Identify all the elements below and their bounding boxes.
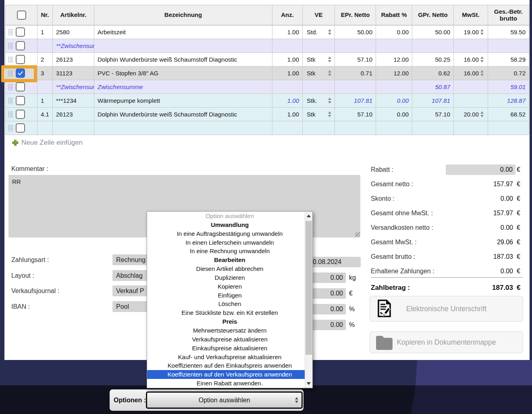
cell-ve[interactable]: Stk bbox=[303, 67, 335, 80]
options-select[interactable]: Option auswählen bbox=[146, 391, 303, 409]
cell-anz[interactable]: 1.00 bbox=[272, 94, 303, 108]
cell-artikelnr[interactable]: 2580 bbox=[53, 25, 94, 39]
cell-bezeichnung[interactable] bbox=[94, 39, 272, 53]
dropdown-option[interactable]: Löschen bbox=[147, 300, 312, 308]
row-checkbox[interactable] bbox=[16, 96, 25, 105]
dropdown-option[interactable]: Einfügen bbox=[147, 291, 312, 300]
cell-bezeichnung[interactable]: Arbeitszeit bbox=[94, 25, 272, 39]
cell-epr-netto[interactable]: 107.81 bbox=[335, 94, 376, 108]
cell-mwst[interactable] bbox=[454, 94, 488, 108]
cell-mwst[interactable] bbox=[454, 80, 488, 94]
dropdown-option[interactable]: Kopieren bbox=[147, 282, 312, 291]
cell-artikelnr[interactable]: ***1234 bbox=[53, 94, 94, 108]
dropdown-option[interactable]: Koeffizienten auf den Verkaufspreis anwe… bbox=[147, 370, 312, 379]
cell-bezeichnung[interactable]: Dolphin Wunderbürste weiß Schaumstoff Di… bbox=[94, 53, 272, 67]
scroll-up-arrow-icon[interactable] bbox=[305, 212, 312, 220]
dropdown-option[interactable]: Kauf- und Verkaufspreise aktualisieren bbox=[147, 353, 312, 362]
mwst-spinner-icon[interactable] bbox=[480, 70, 484, 77]
dropdown-option[interactable]: Option auswählen bbox=[147, 212, 312, 221]
cell-gpr-netto[interactable]: 57.10 bbox=[412, 108, 454, 121]
scroll-down-arrow-icon[interactable] bbox=[305, 379, 312, 388]
cell-epr-netto[interactable] bbox=[335, 121, 376, 135]
cell-anz[interactable] bbox=[272, 39, 303, 53]
cell-ve[interactable]: Stk bbox=[303, 53, 335, 67]
cell-rabatt[interactable] bbox=[376, 121, 412, 135]
cell-bezeichnung[interactable]: Dolphin Wunderbürste weiß Schaumstoff Di… bbox=[94, 108, 272, 121]
mwst-spinner-icon[interactable] bbox=[480, 56, 484, 63]
dropdown-option[interactable]: In einen Lieferschein umwandeln bbox=[147, 238, 312, 247]
cell-ve[interactable] bbox=[303, 121, 335, 135]
scroll-thumb[interactable] bbox=[305, 221, 312, 355]
cell-gpr-netto[interactable]: 50.87 bbox=[412, 80, 454, 94]
cell-rabatt[interactable]: 12.00 bbox=[376, 53, 412, 67]
dropdown-option[interactable]: Duplizieren bbox=[147, 273, 312, 282]
electronic-signature-button[interactable]: Elektronische Unterschrift bbox=[370, 296, 523, 322]
cell-bezeichnung[interactable]: PVC - Stopfen 3/8" AG bbox=[94, 67, 272, 80]
cell-rabatt[interactable]: 0.00 bbox=[376, 25, 412, 39]
select-all-checkbox[interactable] bbox=[17, 10, 26, 20]
drag-handle-icon[interactable] bbox=[8, 111, 13, 118]
dropdown-option[interactable]: Verkaufspreise aktualisieren bbox=[147, 335, 312, 344]
ve-spinner-icon[interactable] bbox=[328, 111, 332, 118]
resize-grip-icon[interactable] bbox=[355, 232, 360, 237]
cell-artikelnr[interactable]: **Zwischensumme bbox=[53, 39, 94, 53]
ve-spinner-icon[interactable] bbox=[328, 29, 332, 35]
cell-mwst[interactable]: 19.00 bbox=[454, 25, 488, 39]
drag-handle-icon[interactable] bbox=[8, 29, 13, 35]
cell-anz[interactable]: 1.00 bbox=[272, 25, 303, 39]
cell-gpr-netto[interactable] bbox=[412, 39, 454, 53]
cell-ve[interactable] bbox=[303, 39, 335, 53]
row-checkbox[interactable] bbox=[16, 110, 25, 119]
cell-mwst[interactable]: 16.00 bbox=[454, 53, 488, 67]
cell-bezeichnung[interactable]: Wärmepumpe komplett bbox=[94, 94, 272, 108]
cell-artikelnr[interactable]: 26123 bbox=[53, 108, 94, 121]
cell-gpr-netto[interactable]: 50.00 bbox=[412, 25, 454, 39]
cell-bezeichnung[interactable]: Zwischensumme bbox=[94, 80, 272, 94]
drag-handle-icon[interactable] bbox=[8, 83, 13, 90]
cell-rabatt[interactable]: 0.00 bbox=[376, 94, 412, 108]
cell-anz[interactable]: 1.00 bbox=[272, 53, 303, 67]
dropdown-option[interactable]: In eine Rechnung umwandeln bbox=[147, 247, 312, 256]
drag-handle-icon[interactable] bbox=[8, 56, 13, 63]
cell-ve[interactable]: Stk. bbox=[303, 94, 335, 108]
cell-bezeichnung[interactable] bbox=[94, 121, 272, 135]
dropdown-option[interactable]: Einen Rabatt anwenden. bbox=[147, 379, 312, 388]
cell-artikelnr[interactable]: **Zwischensumme bbox=[53, 80, 94, 94]
ve-spinner-icon[interactable] bbox=[328, 97, 332, 104]
ve-spinner-icon[interactable] bbox=[328, 70, 332, 77]
drag-handle-icon[interactable] bbox=[8, 42, 13, 49]
mwst-spinner-icon[interactable] bbox=[480, 111, 484, 118]
cell-anz[interactable] bbox=[272, 121, 303, 135]
dropdown-option[interactable]: Eine Stückliste bzw. ein Kit erstellen bbox=[147, 308, 312, 317]
cell-mwst[interactable] bbox=[454, 121, 488, 135]
cell-mwst[interactable] bbox=[454, 39, 488, 53]
row-checkbox[interactable] bbox=[16, 82, 25, 92]
cell-gpr-netto[interactable] bbox=[412, 121, 454, 135]
mwst-spinner-icon[interactable] bbox=[480, 29, 484, 35]
cell-mwst[interactable]: 16.00 bbox=[454, 67, 488, 80]
cell-anz[interactable]: 1.00 bbox=[272, 67, 303, 80]
dropdown-option[interactable]: Mehrwertsteuersatz ändern bbox=[147, 326, 312, 335]
drag-handle-icon[interactable] bbox=[8, 125, 13, 131]
cell-gpr-netto[interactable]: 0.62 bbox=[412, 67, 454, 80]
dropdown-option[interactable]: In eine Auftragsbestätigung umwandeln bbox=[147, 229, 312, 238]
row-checkbox[interactable] bbox=[16, 41, 25, 50]
row-checkbox[interactable] bbox=[16, 123, 25, 133]
cell-rabatt[interactable] bbox=[376, 39, 412, 53]
cell-gpr-netto[interactable]: 107.81 bbox=[412, 94, 454, 108]
cell-ve[interactable] bbox=[303, 80, 335, 94]
cell-gpr-netto[interactable]: 50.25 bbox=[412, 53, 454, 67]
copy-to-document-folder-button[interactable]: Kopieren in Dokumentenmappe bbox=[370, 331, 523, 353]
row-checkbox[interactable] bbox=[16, 27, 25, 37]
row-checkbox[interactable] bbox=[16, 55, 25, 64]
cell-rabatt[interactable]: 12.00 bbox=[376, 67, 412, 80]
cell-anz[interactable]: 1.00 bbox=[272, 108, 303, 121]
insert-row-link[interactable]: Neue Zeile einfügen bbox=[12, 139, 83, 147]
dropdown-option[interactable]: Koeffizienten auf den Einkaufspreis anwe… bbox=[147, 361, 312, 370]
cell-ve[interactable]: Stk bbox=[303, 108, 335, 121]
cell-epr-netto[interactable] bbox=[335, 80, 376, 94]
cell-artikelnr[interactable]: 26123 bbox=[53, 53, 94, 67]
dropdown-option[interactable]: Diesen Artikel abbrechen bbox=[147, 264, 312, 273]
cell-ve[interactable]: Std. bbox=[303, 25, 335, 39]
cell-mwst[interactable]: 20.00 bbox=[454, 108, 488, 121]
